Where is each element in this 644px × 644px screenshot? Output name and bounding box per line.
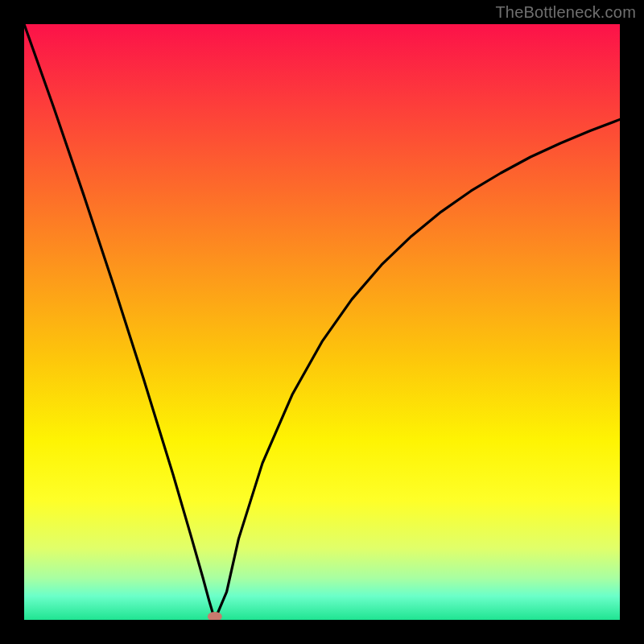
bottleneck-curve bbox=[24, 24, 620, 620]
svg-point-0 bbox=[208, 612, 222, 620]
chart-frame: TheBottleneck.com bbox=[0, 0, 644, 644]
watermark-text: TheBottleneck.com bbox=[495, 3, 636, 22]
plot-area bbox=[24, 24, 620, 620]
